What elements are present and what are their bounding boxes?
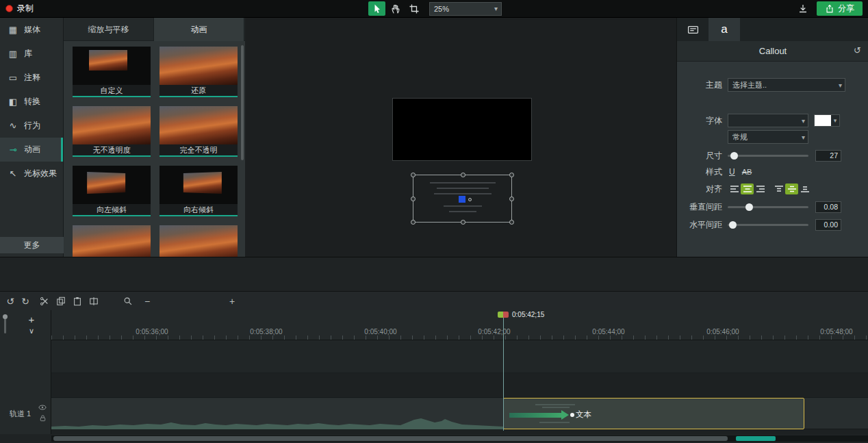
playhead-line[interactable] (503, 318, 504, 431)
select-tool-button[interactable] (368, 1, 385, 16)
animation-item-full-opacity[interactable]: 完全不透明 (159, 106, 238, 157)
align-bottom-button[interactable] (798, 183, 811, 194)
sidebar-more-button[interactable]: 更多 (0, 237, 64, 253)
font-dropdown[interactable]: ▾ (728, 114, 808, 127)
resize-handle-ne[interactable] (509, 173, 514, 177)
sidebar-item-transitions[interactable]: ◧ 转换 (0, 90, 63, 114)
panel-scrollbar[interactable] (241, 45, 244, 160)
track-1-row[interactable]: 文本 (51, 397, 868, 429)
sidebar-item-annotations[interactable]: ▭ 注释 (0, 66, 63, 90)
callout-selection-box[interactable] (413, 175, 512, 223)
timeline-horizontal-scrollbar[interactable] (51, 435, 868, 442)
pan-tool-button[interactable] (387, 1, 404, 16)
callout-center-dot[interactable] (468, 198, 472, 201)
theme-dropdown[interactable]: 选择主题.. ▾ (728, 78, 845, 92)
tab-text[interactable]: a (709, 18, 740, 41)
size-value-box[interactable]: 27 (815, 150, 841, 162)
playhead-in-handle[interactable] (498, 312, 503, 318)
reset-icon[interactable]: ↺ (854, 45, 861, 55)
animation-item-partial[interactable] (159, 225, 238, 257)
vertical-spacing-thumb[interactable] (745, 203, 753, 211)
playhead-handle[interactable] (498, 312, 509, 318)
tab-zoom-pan[interactable]: 缩放与平移 (64, 18, 154, 41)
vertical-spacing-value[interactable]: 0.08 (815, 201, 841, 213)
animation-item-tilt-left[interactable]: 向左倾斜 (73, 166, 151, 216)
tracks-area[interactable]: 文本 (51, 340, 868, 434)
timeline-ruler[interactable]: 0:05:36;00 0:05:38;00 0:05:40;00 0:05:42… (51, 310, 868, 340)
sidebar-item-behaviors[interactable]: ∿ 行为 (0, 114, 63, 138)
resize-handle-s[interactable] (461, 220, 465, 225)
zoom-level-dropdown[interactable]: 25% ▾ (429, 2, 502, 16)
underline-button[interactable]: U (728, 167, 737, 177)
horizontal-spacing-slider[interactable] (728, 224, 808, 226)
add-track-button[interactable]: + (25, 313, 38, 325)
copy-button[interactable] (55, 295, 67, 307)
animation-label: 无不透明度 (73, 144, 151, 155)
align-middle-button[interactable] (785, 183, 798, 194)
callout-text-preview (437, 188, 489, 189)
download-icon[interactable] (797, 3, 808, 14)
track-height-handle[interactable] (3, 314, 8, 319)
clip-dot-icon (570, 413, 574, 417)
redo-button[interactable]: ↻ (19, 295, 31, 307)
undo-button[interactable]: ↺ (4, 295, 16, 307)
animation-item-no-opacity[interactable]: 无不透明度 (73, 106, 151, 157)
accent-underline (73, 96, 151, 97)
resize-handle-w[interactable] (411, 197, 416, 201)
resize-handle-sw[interactable] (411, 220, 416, 225)
chevron-down-icon: ▾ (831, 115, 839, 126)
resize-handle-nw[interactable] (411, 173, 416, 177)
preview-canvas[interactable] (245, 18, 676, 257)
scrollbar-thumb[interactable] (53, 436, 728, 441)
accent-underline (159, 215, 238, 216)
timeline-zoom-icon[interactable] (122, 295, 134, 307)
horizontal-spacing-thumb[interactable] (729, 221, 737, 229)
split-button[interactable] (88, 295, 100, 307)
align-right-button[interactable] (754, 183, 767, 194)
ruler-label: 0:05:46;00 (699, 328, 747, 336)
align-left-button[interactable] (728, 183, 741, 194)
zoom-out-button[interactable]: − (141, 295, 153, 307)
callout-anchor-handle[interactable] (459, 196, 465, 203)
animation-item-partial[interactable] (73, 225, 151, 257)
sidebar-item-animations[interactable]: ⊸ 动画 (0, 138, 63, 162)
size-slider[interactable] (728, 155, 808, 157)
sidebar-item-library[interactable]: ▥ 库 (0, 42, 63, 66)
zoom-in-button[interactable]: + (226, 295, 238, 307)
resize-handle-n[interactable] (461, 173, 465, 177)
horizontal-spacing-value[interactable]: 0.00 (815, 219, 841, 231)
animation-item-custom[interactable]: 自定义 (73, 47, 151, 97)
playhead-out-handle[interactable] (503, 312, 509, 318)
style-label: 样式 (677, 166, 728, 178)
video-frame[interactable] (392, 98, 532, 161)
font-color-picker[interactable]: ▾ (814, 114, 840, 127)
timeline-toolbar: ↺ ↻ − + (0, 291, 868, 310)
track-visibility-icon[interactable] (38, 405, 47, 410)
cut-button[interactable] (38, 295, 51, 307)
resize-handle-se[interactable] (509, 220, 514, 225)
hand-icon (390, 3, 401, 14)
tab-animations[interactable]: 动画 (154, 18, 244, 41)
collapse-tracks-button[interactable]: ∨ (25, 325, 38, 336)
align-center-button[interactable] (741, 183, 754, 194)
size-slider-thumb[interactable] (730, 152, 738, 160)
strikethrough-button[interactable]: AB (741, 168, 754, 176)
share-button[interactable]: 分享 (817, 1, 863, 16)
track-lock-icon[interactable] (39, 414, 47, 422)
record-button[interactable]: 录制 (5, 3, 34, 14)
align-top-button[interactable] (772, 183, 785, 194)
tab-callout-shape[interactable] (677, 18, 709, 41)
ruler-label: 0:05:42;00 (470, 328, 518, 336)
animation-item-restore[interactable]: 还原 (159, 47, 238, 97)
paste-button[interactable] (71, 295, 84, 307)
resize-handle-e[interactable] (509, 197, 514, 201)
sidebar-item-cursor-effects[interactable]: ↖ 光标效果 (0, 162, 63, 186)
font-weight-dropdown[interactable]: 常规 ▾ (728, 130, 808, 144)
selected-callout-clip[interactable]: 文本 (503, 398, 804, 429)
vertical-spacing-slider[interactable] (728, 206, 808, 208)
crop-tool-button[interactable] (405, 1, 422, 16)
inspector-header: Callout (677, 41, 868, 62)
audio-waveform-clip[interactable] (51, 398, 503, 429)
animation-item-tilt-right[interactable]: 向右倾斜 (159, 166, 238, 216)
sidebar-item-media[interactable]: ▦ 媒体 (0, 18, 63, 42)
